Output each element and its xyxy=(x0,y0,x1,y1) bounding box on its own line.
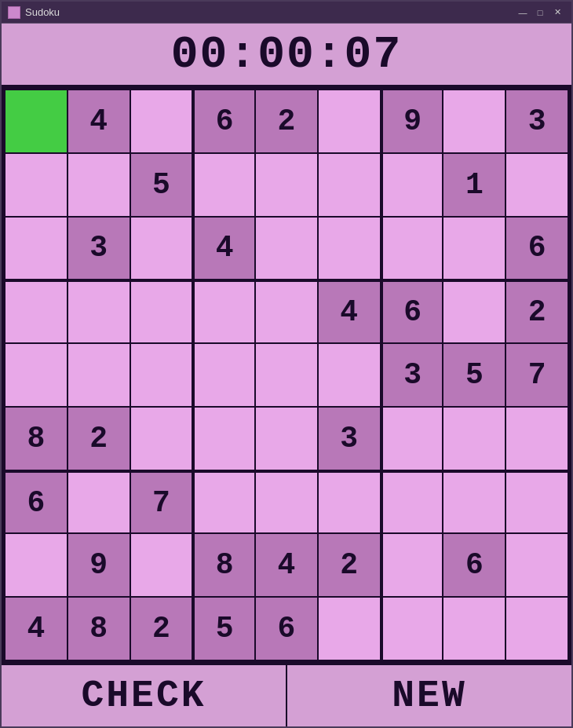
cell-0-1[interactable]: 4 xyxy=(68,90,130,153)
cell-8-5[interactable] xyxy=(318,597,381,660)
cell-6-3[interactable] xyxy=(192,470,255,534)
cell-5-7[interactable] xyxy=(443,407,505,470)
sudoku-grid: 4629351346462357823679842648256 xyxy=(3,88,570,662)
close-button[interactable]: ✕ xyxy=(549,5,565,20)
cell-3-3[interactable] xyxy=(192,280,255,343)
cell-2-8[interactable]: 6 xyxy=(505,217,568,280)
app-icon xyxy=(8,6,20,19)
cell-0-7[interactable] xyxy=(443,90,505,153)
cell-3-0[interactable] xyxy=(5,280,68,343)
cell-7-1[interactable]: 9 xyxy=(68,533,130,597)
cell-5-0[interactable]: 8 xyxy=(5,407,68,470)
cell-1-5[interactable] xyxy=(318,153,381,217)
cell-7-8[interactable] xyxy=(505,533,568,597)
cell-3-2[interactable] xyxy=(130,280,193,343)
cell-5-1[interactable]: 2 xyxy=(68,407,130,470)
cell-2-1[interactable]: 3 xyxy=(68,217,130,280)
cell-1-7[interactable]: 1 xyxy=(443,153,505,217)
sudoku-window: Sudoku — □ ✕ 00:00:07 462935134646235782… xyxy=(0,0,573,728)
cell-0-5[interactable] xyxy=(318,90,381,153)
cell-3-8[interactable]: 2 xyxy=(505,280,568,343)
cell-1-3[interactable] xyxy=(192,153,255,217)
cell-8-7[interactable] xyxy=(443,597,505,660)
title-bar-left: Sudoku xyxy=(8,6,60,19)
cell-8-3[interactable]: 5 xyxy=(192,597,255,660)
cell-1-2[interactable]: 5 xyxy=(130,153,193,217)
cell-8-1[interactable]: 8 xyxy=(68,597,130,660)
cell-1-8[interactable] xyxy=(505,153,568,217)
cell-0-6[interactable]: 9 xyxy=(381,90,443,153)
cell-2-6[interactable] xyxy=(381,217,443,280)
cell-2-4[interactable] xyxy=(255,217,318,280)
cell-2-7[interactable] xyxy=(443,217,505,280)
cell-5-2[interactable] xyxy=(130,407,193,470)
cell-8-2[interactable]: 2 xyxy=(130,597,193,660)
cell-0-0[interactable] xyxy=(5,90,68,153)
cell-3-6[interactable]: 6 xyxy=(381,280,443,343)
cell-5-8[interactable] xyxy=(505,407,568,470)
cell-4-6[interactable]: 3 xyxy=(381,343,443,407)
cell-1-0[interactable] xyxy=(5,153,68,217)
cell-7-3[interactable]: 8 xyxy=(192,533,255,597)
cell-2-2[interactable] xyxy=(130,217,193,280)
cell-3-4[interactable] xyxy=(255,280,318,343)
cell-6-7[interactable] xyxy=(443,470,505,534)
timer-display: 00:00:07 xyxy=(171,29,402,80)
title-bar: Sudoku — □ ✕ xyxy=(2,2,571,24)
new-button[interactable]: NEW xyxy=(287,665,571,726)
cell-4-5[interactable] xyxy=(318,343,381,407)
timer-bar: 00:00:07 xyxy=(2,24,571,86)
cell-2-5[interactable] xyxy=(318,217,381,280)
cell-4-4[interactable] xyxy=(255,343,318,407)
cell-8-8[interactable] xyxy=(505,597,568,660)
cell-4-0[interactable] xyxy=(5,343,68,407)
cell-5-5[interactable]: 3 xyxy=(318,407,381,470)
cell-3-5[interactable]: 4 xyxy=(318,280,381,343)
grid-container: 4629351346462357823679842648256 xyxy=(2,86,571,664)
cell-6-4[interactable] xyxy=(255,470,318,534)
cell-6-8[interactable] xyxy=(505,470,568,534)
window-controls: — □ ✕ xyxy=(515,5,565,20)
cell-7-4[interactable]: 4 xyxy=(255,533,318,597)
cell-5-3[interactable] xyxy=(192,407,255,470)
cell-4-7[interactable]: 5 xyxy=(443,343,505,407)
cell-1-4[interactable] xyxy=(255,153,318,217)
cell-5-4[interactable] xyxy=(255,407,318,470)
cell-1-1[interactable] xyxy=(68,153,130,217)
cell-7-6[interactable] xyxy=(381,533,443,597)
cell-2-3[interactable]: 4 xyxy=(192,217,255,280)
cell-7-2[interactable] xyxy=(130,533,193,597)
cell-7-0[interactable] xyxy=(5,533,68,597)
cell-5-6[interactable] xyxy=(381,407,443,470)
maximize-button[interactable]: □ xyxy=(532,5,548,20)
cell-4-1[interactable] xyxy=(68,343,130,407)
cell-8-6[interactable] xyxy=(381,597,443,660)
cell-0-3[interactable]: 6 xyxy=(192,90,255,153)
check-button[interactable]: CHECK xyxy=(2,665,287,726)
cell-0-4[interactable]: 2 xyxy=(255,90,318,153)
cell-4-3[interactable] xyxy=(192,343,255,407)
window-title: Sudoku xyxy=(25,6,60,18)
cell-8-0[interactable]: 4 xyxy=(5,597,68,660)
bottom-bar: CHECK NEW xyxy=(2,664,571,726)
cell-4-2[interactable] xyxy=(130,343,193,407)
cell-6-0[interactable]: 6 xyxy=(5,470,68,534)
cell-7-7[interactable]: 6 xyxy=(443,533,505,597)
cell-3-1[interactable] xyxy=(68,280,130,343)
cell-6-6[interactable] xyxy=(381,470,443,534)
cell-4-8[interactable]: 7 xyxy=(505,343,568,407)
minimize-button[interactable]: — xyxy=(515,5,531,20)
cell-3-7[interactable] xyxy=(443,280,505,343)
cell-6-5[interactable] xyxy=(318,470,381,534)
cell-0-8[interactable]: 3 xyxy=(505,90,568,153)
cell-6-2[interactable]: 7 xyxy=(130,470,193,534)
cell-6-1[interactable] xyxy=(68,470,130,534)
cell-7-5[interactable]: 2 xyxy=(318,533,381,597)
cell-0-2[interactable] xyxy=(130,90,193,153)
cell-2-0[interactable] xyxy=(5,217,68,280)
cell-8-4[interactable]: 6 xyxy=(255,597,318,660)
cell-1-6[interactable] xyxy=(381,153,443,217)
